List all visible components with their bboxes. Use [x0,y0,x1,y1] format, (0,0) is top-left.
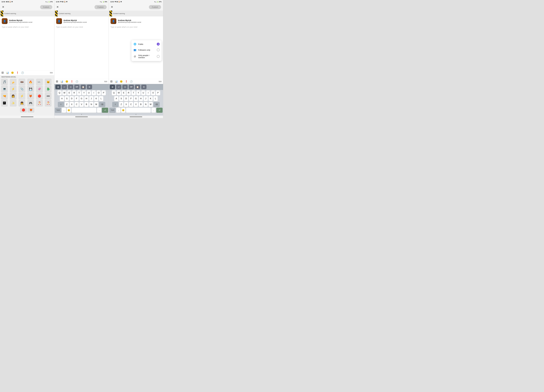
key-c-3[interactable]: C [129,102,133,107]
key-p-3[interactable]: P0 [156,90,160,95]
sticker-item[interactable]: 👧 [18,100,25,107]
key-n-2[interactable]: N [89,102,94,107]
key-g-2[interactable]: G [79,96,84,101]
key-u-3[interactable]: U7 [141,90,146,95]
key-i-2[interactable]: I8 [92,90,96,95]
key-k-3[interactable]: K [148,96,153,101]
mention-radio[interactable] [157,55,160,58]
sticker-item[interactable]: 🦊 [28,107,34,113]
chevron-down-2[interactable]: ∨ [54,113,109,116]
sticker-item[interactable]: 👩 [10,93,17,100]
key-period-2[interactable]: . [97,108,101,113]
sticker-item[interactable]: 👀 [36,79,43,85]
key-x-2[interactable]: X [70,102,74,107]
sticker-item[interactable]: 🎅 [45,100,52,107]
schedule-icon-3[interactable]: 🕐 [130,80,133,83]
warning-icon-1[interactable]: ❗ [16,71,19,74]
publish-button-3[interactable]: Publish [149,5,161,9]
kb-clipboard-btn-2[interactable]: 📋 [81,85,86,89]
key-period-3[interactable]: . [151,108,156,113]
key-backspace-3[interactable]: ⌫ [154,102,160,107]
key-k-2[interactable]: K [94,96,98,101]
followers-radio[interactable] [157,48,160,51]
sticker-item[interactable]: 🔫 [1,93,8,100]
compose-area-3[interactable]: Type or paste what's on your mind [109,25,163,30]
kb-emoji-btn-3[interactable]: ↩ [116,85,121,89]
kb-grid-btn-2[interactable]: ⊞ [55,85,61,89]
key-f-3[interactable]: F [129,96,133,101]
kb-settings-btn-3[interactable]: ⚙ [141,85,147,89]
key-t-3[interactable]: T5 [131,90,136,95]
kb-sticker-btn-2[interactable]: ⊡ [68,85,73,89]
key-shift-2[interactable]: ⇧ [58,102,64,107]
key-m-3[interactable]: M [148,102,153,107]
sticker-item[interactable]: 🎅 [36,100,43,107]
visibility-option-public[interactable]: 🌐 Public [131,41,162,47]
kb-sticker-btn-3[interactable]: ⊡ [122,85,128,89]
sticker-item[interactable]: 🔴 [20,107,27,113]
kb-clipboard-btn-3[interactable]: 📋 [135,85,140,89]
key-a-2[interactable]: A [60,96,64,101]
publish-button-2[interactable]: Publish [95,5,107,9]
kb-gif-btn-3[interactable]: GIF [129,85,134,89]
visibility-option-mention[interactable]: @ Only people I mention [131,53,162,60]
close-button-1[interactable]: ✕ [2,6,4,8]
key-e-3[interactable]: E3 [122,90,126,95]
sticker-item[interactable]: ⚡ [18,93,25,100]
key-y-2[interactable]: Y6 [82,90,86,95]
key-emoji-2[interactable]: 🙂 [67,108,71,113]
kb-gif-btn-2[interactable]: GIF [74,85,80,89]
sticker-item[interactable]: 🐱 [45,79,52,85]
key-a-3[interactable]: A [114,96,118,101]
key-p-2[interactable]: P0 [101,90,106,95]
key-v-2[interactable]: V [79,102,84,107]
emoji-icon-1[interactable]: 🙂 [11,71,14,74]
emoji-icon-2[interactable]: 🙂 [65,80,68,83]
publish-button-1[interactable]: Publish [40,5,52,9]
sticker-item[interactable]: ⚡ [10,86,17,92]
key-q-3[interactable]: Q1 [112,90,116,95]
public-radio[interactable] [157,43,160,46]
key-emoji-3[interactable]: 🙂 [121,108,125,113]
key-t-2[interactable]: T5 [77,90,81,95]
kb-settings-btn-2[interactable]: ⚙ [87,85,92,89]
sticker-item[interactable]: 🅵 [1,100,8,107]
key-g-3[interactable]: G [134,96,138,101]
key-f-2[interactable]: F [75,96,79,101]
key-e-2[interactable]: E3 [67,90,71,95]
key-space-3[interactable] [126,108,151,113]
image-icon-3[interactable]: 🖼 [110,80,112,83]
image-icon-1[interactable]: 🖼 [1,71,4,74]
key-x-3[interactable]: X [124,102,128,107]
key-shift-3[interactable]: ⇧ [112,102,118,107]
sticker-item[interactable]: 🦊 [27,93,34,100]
key-o-3[interactable]: O9 [151,90,155,95]
sticker-item[interactable]: 🦇 [18,79,25,85]
key-z-3[interactable]: Z [119,102,123,107]
key-num-3[interactable]: ?123 [109,108,116,113]
sticker-item[interactable]: 🐉 [45,86,52,92]
sticker-item[interactable]: 🍌 [10,79,17,85]
key-z-2[interactable]: Z [65,102,69,107]
warning-icon-3[interactable]: ❗ [125,80,128,83]
close-button-2[interactable]: ✕ [56,6,59,8]
sticker-item[interactable]: 🔴 [36,93,43,100]
key-s-3[interactable]: S [119,96,123,101]
key-r-2[interactable]: R4 [72,90,76,95]
emoji-icon-3[interactable]: 🙂 [120,80,123,83]
key-s-2[interactable]: S [65,96,69,101]
sticker-item[interactable]: ➖ [45,93,52,100]
warning-text-1[interactable]: Content warning [3,12,53,15]
key-h-2[interactable]: H [84,96,89,101]
sticker-item[interactable]: 🔥 [27,79,34,85]
key-comma-2[interactable]: , [62,108,66,113]
key-enter-3[interactable]: ⏎ [156,108,163,113]
schedule-icon-2[interactable]: 🕐 [76,80,78,83]
chart-icon-3[interactable]: 📊 [115,80,118,83]
sticker-item[interactable]: 🦑 [36,86,43,92]
key-q-2[interactable]: Q1 [57,90,62,95]
sticker-item[interactable]: 💾 [27,86,34,92]
key-h-3[interactable]: H [139,96,143,101]
compose-area-2[interactable]: Type or paste what's on your mind [54,25,109,30]
visibility-option-followers[interactable]: 👥 Followers only [131,47,162,53]
